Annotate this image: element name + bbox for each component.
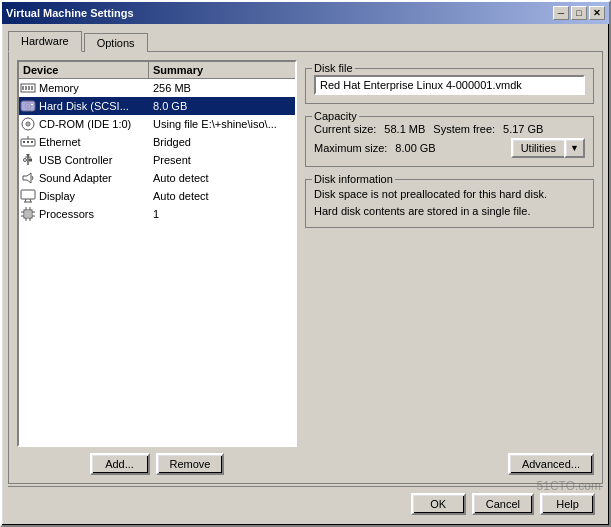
minimize-button[interactable]: ─ [553, 6, 569, 20]
disk-info-line2: Hard disk contents are stored in a singl… [314, 203, 585, 220]
disk-file-group: Disk file [305, 68, 594, 104]
harddisk-icon [19, 98, 37, 114]
right-panel: Disk file Capacity Current size: 58.1 MB… [305, 60, 594, 475]
svg-rect-18 [30, 159, 32, 161]
processors-icon [19, 206, 37, 222]
max-size-label: Maximum size: [314, 142, 387, 154]
col-header-summary: Summary [149, 62, 295, 78]
device-name-sound: Sound Adapter [37, 171, 149, 185]
current-size-value: 58.1 MB [384, 123, 425, 135]
advanced-btn-row: Advanced... [305, 453, 594, 475]
device-summary-display: Auto detect [149, 189, 295, 203]
svg-rect-21 [21, 190, 35, 199]
disk-info-group: Disk information Disk space is not preal… [305, 179, 594, 228]
svg-rect-2 [25, 86, 27, 90]
help-button[interactable]: Help [540, 493, 595, 515]
device-table: Device Summary [17, 60, 297, 447]
disk-file-input[interactable] [314, 75, 585, 95]
svg-rect-26 [25, 211, 31, 217]
current-size-label: Current size: [314, 123, 376, 135]
disk-info-line1: Disk space is not preallocated for this … [314, 186, 585, 203]
col-header-device: Device [19, 62, 149, 78]
usb-icon [19, 152, 37, 168]
maximize-button[interactable]: □ [571, 6, 587, 20]
bottom-bar: OK Cancel Help [8, 486, 603, 519]
remove-button[interactable]: Remove [156, 453, 225, 475]
memory-icon [19, 80, 37, 96]
sound-icon [19, 170, 37, 186]
svg-rect-4 [31, 86, 33, 90]
ok-button[interactable]: OK [411, 493, 466, 515]
tab-content-hardware: Device Summary [8, 51, 603, 484]
table-header: Device Summary [19, 62, 295, 79]
svg-rect-15 [31, 141, 33, 143]
device-name-harddisk: Hard Disk (SCSI... [37, 99, 149, 113]
add-button[interactable]: Add... [90, 453, 150, 475]
max-size-value: 8.00 GB [395, 142, 435, 154]
device-name-display: Display [37, 189, 149, 203]
virtual-machine-settings-window: Virtual Machine Settings ─ □ ✕ Hardware … [0, 0, 611, 527]
device-name-processors: Processors [37, 207, 149, 221]
svg-rect-8 [31, 104, 33, 105]
utilities-button[interactable]: Utilities [511, 138, 564, 158]
device-summary-processors: 1 [149, 207, 295, 221]
tabs-bar: Hardware Options [8, 30, 603, 51]
disk-info-text: Disk space is not preallocated for this … [314, 186, 585, 219]
capacity-group-label: Capacity [312, 110, 359, 122]
device-row-sound[interactable]: Sound Adapter Auto detect [19, 169, 295, 187]
tab-hardware[interactable]: Hardware [8, 31, 82, 52]
svg-rect-13 [23, 141, 25, 143]
device-row-display[interactable]: Display Auto detect [19, 187, 295, 205]
ethernet-icon [19, 134, 37, 150]
device-row-harddisk[interactable]: Hard Disk (SCSI... 8.0 GB [19, 97, 295, 115]
device-summary-ethernet: Bridged [149, 135, 295, 149]
cancel-button[interactable]: Cancel [472, 493, 534, 515]
window-title: Virtual Machine Settings [6, 7, 134, 19]
device-summary-cdrom: Using file E:\+shine\iso\... [149, 117, 295, 131]
tab-options[interactable]: Options [84, 33, 148, 52]
device-name-cdrom: CD-ROM (IDE 1:0) [37, 117, 149, 131]
device-row-memory[interactable]: Memory 256 MB [19, 79, 295, 97]
device-summary-sound: Auto detect [149, 171, 295, 185]
device-summary-harddisk: 8.0 GB [149, 99, 295, 113]
device-name-ethernet: Ethernet [37, 135, 149, 149]
utilities-button-group: Utilities ▼ [511, 138, 585, 158]
utilities-arrow-button[interactable]: ▼ [564, 138, 585, 158]
svg-point-7 [27, 105, 29, 107]
device-row-ethernet[interactable]: Ethernet Bridged [19, 133, 295, 151]
svg-rect-3 [28, 86, 30, 90]
watermark: 51CTO.com [537, 479, 601, 493]
disk-file-group-label: Disk file [312, 62, 355, 74]
title-bar: Virtual Machine Settings ─ □ ✕ [2, 2, 609, 24]
close-button[interactable]: ✕ [589, 6, 605, 20]
disk-info-group-label: Disk information [312, 173, 395, 185]
capacity-group: Capacity Current size: 58.1 MB System fr… [305, 116, 594, 167]
device-buttons: Add... Remove [17, 453, 297, 475]
system-free-label: System free: [433, 123, 495, 135]
display-icon [19, 188, 37, 204]
device-row-processors[interactable]: Processors 1 [19, 205, 295, 223]
device-summary-usb: Present [149, 153, 295, 167]
device-name-usb: USB Controller [37, 153, 149, 167]
cdrom-icon [19, 116, 37, 132]
window-content: Hardware Options Device Summary [2, 24, 609, 525]
svg-point-11 [27, 123, 29, 125]
device-summary-memory: 256 MB [149, 81, 295, 95]
device-panel: Device Summary [17, 60, 297, 475]
title-bar-controls: ─ □ ✕ [553, 6, 605, 20]
svg-rect-1 [22, 86, 24, 90]
advanced-button[interactable]: Advanced... [508, 453, 594, 475]
svg-rect-14 [27, 141, 29, 143]
device-row-usb[interactable]: USB Controller Present [19, 151, 295, 169]
system-free-value: 5.17 GB [503, 123, 543, 135]
svg-marker-20 [23, 173, 31, 183]
device-name-memory: Memory [37, 81, 149, 95]
device-row-cdrom[interactable]: CD-ROM (IDE 1:0) Using file E:\+shine\is… [19, 115, 295, 133]
svg-point-17 [24, 159, 27, 162]
